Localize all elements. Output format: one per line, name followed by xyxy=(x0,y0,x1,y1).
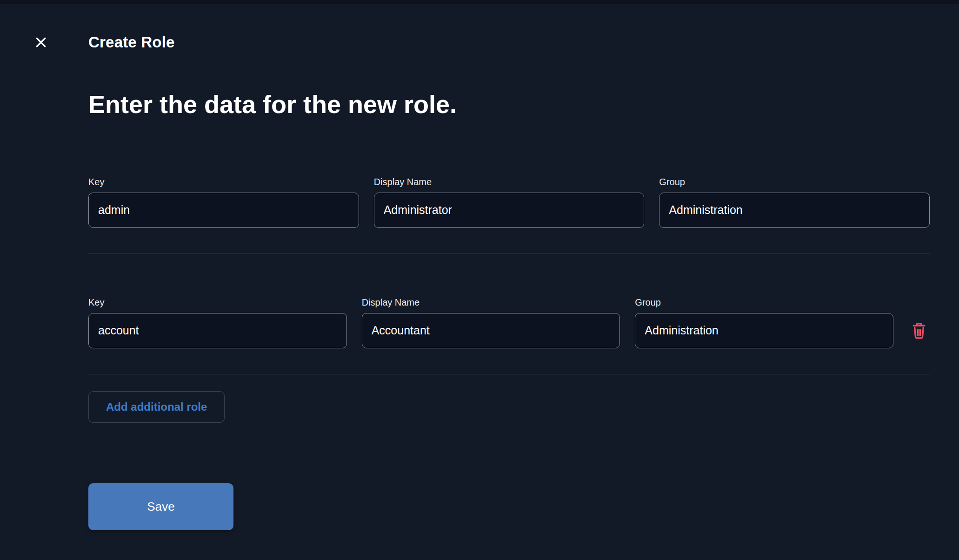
field-display-name-1: Display Name xyxy=(374,176,645,228)
form-heading: Enter the data for the new role. xyxy=(88,89,930,120)
divider-1 xyxy=(88,253,930,254)
top-strip xyxy=(0,0,959,4)
group-label-2: Group xyxy=(635,297,893,308)
field-key-2: Key xyxy=(88,297,347,348)
field-key-1: Key xyxy=(88,176,359,228)
key-input-2[interactable] xyxy=(88,313,347,348)
field-display-name-2: Display Name xyxy=(362,297,620,348)
key-input-1[interactable] xyxy=(88,193,359,228)
role-row-1: Key Display Name Group xyxy=(88,176,930,228)
key-label-2: Key xyxy=(88,297,347,308)
close-icon xyxy=(34,36,47,49)
field-group-1: Group xyxy=(659,176,930,228)
create-role-modal: Create Role Enter the data for the new r… xyxy=(0,0,959,560)
modal-header: Create Role xyxy=(32,33,930,52)
field-group-2: Group xyxy=(635,297,893,348)
add-additional-role-button[interactable]: Add additional role xyxy=(88,391,225,423)
trash-icon xyxy=(912,321,926,339)
display-name-label-1: Display Name xyxy=(374,176,645,187)
delete-role-button[interactable] xyxy=(910,320,928,341)
group-input-2[interactable] xyxy=(635,313,893,348)
role-row-2: Key Display Name Group xyxy=(88,297,930,348)
group-label-1: Group xyxy=(659,176,930,187)
display-name-input-2[interactable] xyxy=(362,313,620,348)
display-name-input-1[interactable] xyxy=(374,193,645,228)
delete-cell xyxy=(908,320,930,341)
page-title: Create Role xyxy=(88,33,175,51)
close-button[interactable] xyxy=(32,33,50,52)
display-name-label-2: Display Name xyxy=(362,297,620,308)
save-button[interactable]: Save xyxy=(88,483,233,530)
group-input-1[interactable] xyxy=(659,193,930,228)
divider-2 xyxy=(88,374,930,374)
modal-content: Enter the data for the new role. Key Dis… xyxy=(88,89,930,530)
key-label-1: Key xyxy=(88,176,359,187)
